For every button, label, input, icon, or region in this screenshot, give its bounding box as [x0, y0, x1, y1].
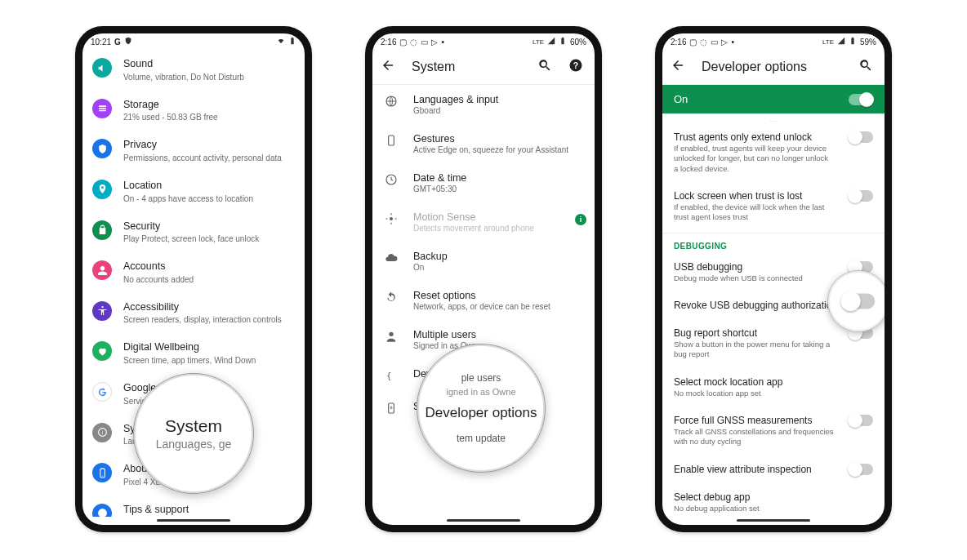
toggle-switch[interactable]	[849, 190, 873, 202]
phone-icon	[92, 463, 112, 482]
side-button	[601, 193, 602, 250]
settings-row-accounts[interactable]: AccountsNo accounts added	[82, 252, 305, 293]
system-row-motion-sense[interactable]: Motion SenseDetects movement around phon…	[372, 202, 595, 242]
row-title: Force full GNSS measurements	[674, 415, 834, 426]
toggle-switch[interactable]	[849, 131, 873, 143]
row-sub: 21% used - 50.83 GB free	[123, 112, 218, 122]
row-sub: Screen time, app timers, Wind Down	[123, 355, 256, 366]
help-icon[interactable]: ?	[568, 58, 583, 76]
lens-sub: Languages, ge	[156, 438, 232, 451]
network-label: LTE	[822, 38, 834, 46]
row-title: Privacy	[123, 139, 282, 152]
row-title: Date & time	[413, 172, 466, 184]
wifi-icon	[277, 37, 285, 47]
lens-frag-bottom: tem update	[457, 433, 506, 444]
system-row-reset-options[interactable]: Reset optionsNetwork, apps, or device ca…	[372, 281, 595, 320]
row-title: Reset options	[413, 290, 550, 301]
battery-pct: 59%	[860, 38, 876, 47]
settings-row-accessibility[interactable]: AccessibilityScreen readers, display, in…	[82, 293, 305, 334]
svg-point-4	[101, 476, 102, 477]
battery-pct: 60%	[570, 38, 586, 47]
battery-icon	[849, 37, 857, 47]
system-row-backup[interactable]: BackupOn	[372, 242, 595, 281]
dev-row-lock-screen-when-trust-is-lost[interactable]: Lock screen when trust is lostIf enabled…	[662, 182, 885, 231]
search-icon[interactable]	[537, 58, 552, 76]
magnifier-system: System Languages, ge	[133, 373, 254, 494]
lens-title: Developer options	[425, 405, 537, 421]
motion-icon	[384, 211, 399, 226]
status-time: 2:16	[671, 38, 686, 47]
divider	[662, 233, 885, 233]
row-title: Tips & support	[123, 504, 277, 517]
app-bar: Developer options	[662, 50, 885, 85]
reset-icon	[384, 290, 399, 304]
dev-row-force-full-gnss-measurements[interactable]: Force full GNSS measurementsTrack all GN…	[662, 407, 885, 456]
svg-point-13	[389, 332, 393, 336]
phone-settings: 10:21 G SoundVolume, vibration, Do Not D…	[75, 26, 312, 532]
row-title: Select debug app	[674, 491, 868, 503]
settings-row-storage[interactable]: Storage21% used - 50.83 GB free	[82, 91, 305, 131]
settings-row-digital-wellbeing[interactable]: Digital WellbeingScreen time, app timers…	[82, 333, 305, 374]
row-title: Lock screen when trust is lost	[674, 190, 834, 202]
back-icon[interactable]	[381, 58, 395, 76]
help-icon: ?	[92, 504, 112, 517]
settings-row-tips-support[interactable]: ?Tips & supportHelp articles, phone & ch…	[82, 496, 305, 517]
system-row-date-time[interactable]: Date & timeGMT+05:30	[372, 163, 595, 202]
settings-row-security[interactable]: SecurityPlay Protect, screen lock, face …	[82, 212, 305, 253]
side-button	[311, 193, 312, 250]
system-row-gestures[interactable]: GesturesActive Edge on, squeeze for your…	[372, 124, 595, 163]
settings-row-location[interactable]: LocationOn - 4 apps have access to locat…	[82, 171, 305, 212]
side-button	[891, 148, 892, 184]
row-title: Digital Wellbeing	[123, 341, 256, 354]
settings-row-privacy[interactable]: PrivacyPermissions, account activity, pe…	[82, 131, 305, 171]
pic-icon: ▢	[399, 38, 407, 47]
toggle-switch[interactable]	[849, 464, 873, 475]
row-title: Gestures	[413, 133, 568, 144]
row-sub: GMT+05:30	[413, 184, 466, 193]
location-icon	[92, 180, 112, 199]
dev-row-select-debug-app[interactable]: Select debug appNo debug application set	[662, 483, 885, 522]
svg-text:?: ?	[100, 511, 104, 517]
dev-master-switch[interactable]	[849, 94, 873, 105]
magnifier-usb-switch	[827, 270, 889, 332]
system-row-languages-input[interactable]: Languages & inputGboard	[372, 85, 595, 124]
accounts-icon	[92, 260, 112, 280]
dot-icon: •	[731, 38, 734, 47]
play-icon: ▷	[431, 38, 438, 47]
whatsapp-icon: ◌	[700, 38, 707, 47]
dev-row-enable-view-attribute-inspection[interactable]: Enable view attribute inspection	[662, 456, 885, 483]
row-sub: No mock location app set	[674, 389, 868, 398]
lens-frag-top: ple users	[461, 372, 501, 384]
battery-icon	[288, 37, 296, 47]
truncated-row: …	[662, 113, 885, 123]
row-sub: Permissions, account activity, personal …	[123, 153, 282, 163]
privacy-icon	[92, 139, 112, 158]
signal-icon	[837, 37, 845, 47]
toggle-switch[interactable]	[849, 415, 873, 426]
youtube-icon: ▭	[711, 38, 718, 47]
usb-debug-switch-zoom[interactable]	[842, 294, 876, 309]
svg-rect-10	[389, 136, 394, 145]
settings-row-sound[interactable]: SoundVolume, vibration, Do Not Disturb	[82, 50, 305, 91]
svg-point-0	[101, 306, 103, 308]
status-time: 2:16	[381, 38, 396, 47]
row-sub: Screen readers, display, interaction con…	[123, 314, 282, 325]
section-debugging: DEBUGGING	[662, 235, 885, 253]
info-badge[interactable]: i	[575, 214, 586, 225]
row-title: Enable view attribute inspection	[674, 464, 834, 475]
system-icon: i	[92, 423, 112, 442]
row-sub: If enabled, the device will lock when th…	[674, 202, 834, 223]
wellbeing-icon	[92, 341, 112, 361]
search-icon[interactable]	[858, 58, 873, 76]
storage-icon	[92, 99, 112, 118]
row-title: Location	[123, 180, 253, 193]
row-title: Motion Sense	[413, 211, 534, 223]
back-icon[interactable]	[671, 58, 685, 76]
row-sub: On	[413, 263, 448, 272]
braces-icon: { }	[384, 368, 399, 383]
dev-row-trust-agents-only-extend-unlock[interactable]: Trust agents only extend unlockIf enable…	[662, 123, 885, 182]
row-sub: Network, apps, or device can be reset	[413, 302, 550, 311]
row-title: Storage	[123, 99, 218, 112]
phone-devoptions: 2:16 ▢ ◌ ▭ ▷ • LTE 59% Developer options…	[655, 26, 892, 532]
dev-row-select-mock-location-app[interactable]: Select mock location appNo mock location…	[662, 368, 885, 407]
